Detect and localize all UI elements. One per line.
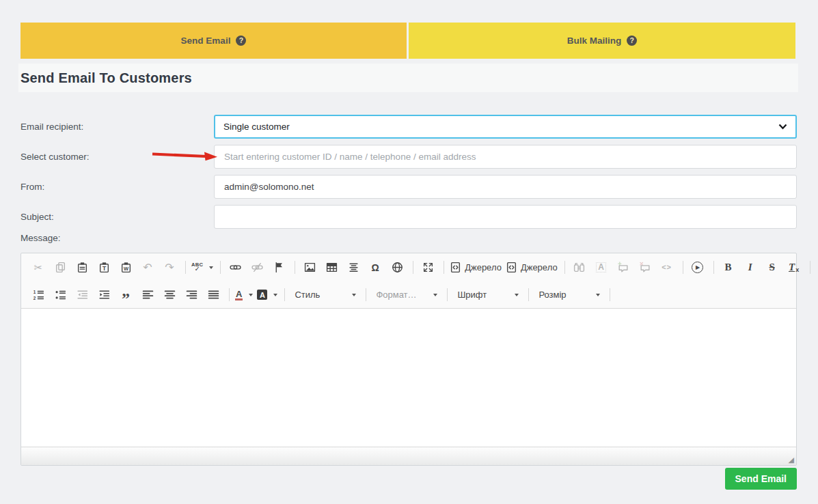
toolbar-separator bbox=[284, 288, 285, 301]
toolbar-separator bbox=[295, 261, 295, 274]
background-color-button[interactable]: A bbox=[256, 286, 279, 303]
redo-button: ↷ bbox=[159, 259, 180, 276]
question-circle-icon[interactable]: ? bbox=[236, 36, 246, 46]
subject-input[interactable] bbox=[214, 205, 797, 229]
paste-button[interactable] bbox=[72, 259, 92, 276]
outdent-button bbox=[72, 286, 92, 303]
media-play-button[interactable]: ▶ bbox=[687, 259, 708, 276]
spellcheck-button[interactable]: ABC✓ bbox=[190, 259, 215, 276]
horizontal-rule-icon bbox=[348, 262, 359, 273]
editor-footer: ◢ bbox=[21, 447, 796, 465]
page-title-strip: Send Email To Customers bbox=[18, 64, 798, 92]
media-play-icon: ▶ bbox=[692, 262, 703, 273]
italic-icon: I bbox=[748, 262, 752, 272]
size-combo[interactable]: Розмір bbox=[533, 287, 605, 303]
table-button[interactable] bbox=[321, 259, 342, 276]
strikethrough-button[interactable]: S bbox=[762, 259, 782, 276]
unlink-icon bbox=[251, 262, 263, 273]
source-button[interactable]: Джерело bbox=[448, 259, 503, 276]
align-center-icon bbox=[164, 289, 176, 300]
font-combo-label: Шрифт bbox=[457, 290, 512, 300]
toolbar-separator bbox=[713, 261, 714, 274]
anchor-icon bbox=[273, 262, 285, 273]
copy-icon bbox=[55, 262, 66, 273]
image-button[interactable] bbox=[299, 259, 320, 276]
page-title: Send Email To Customers bbox=[21, 70, 192, 86]
editor-toolbar: ✂TW↶↷ABC✓ΩДжерелоДжерелоA<>▶BISTx12”AAСт… bbox=[21, 253, 796, 308]
italic-button[interactable]: I bbox=[740, 259, 761, 276]
send-email-button[interactable]: Send Email bbox=[725, 468, 797, 490]
horizontal-rule-button[interactable] bbox=[343, 259, 364, 276]
paste-text-button[interactable]: T bbox=[94, 259, 114, 276]
bulleted-list-button[interactable] bbox=[50, 286, 70, 303]
toolbar-separator bbox=[610, 288, 610, 301]
redo-icon: ↷ bbox=[165, 262, 174, 273]
chevron-down-icon bbox=[273, 294, 277, 296]
toolbar-separator bbox=[564, 261, 565, 274]
justify-icon bbox=[208, 289, 219, 300]
align-right-icon bbox=[186, 289, 197, 300]
chevron-down-icon bbox=[249, 294, 253, 296]
email-recipient-selected-value: Single customer bbox=[223, 122, 290, 132]
indent-button[interactable] bbox=[94, 286, 114, 303]
toolbar-separator bbox=[683, 261, 683, 274]
anchor-button[interactable] bbox=[269, 259, 289, 276]
resize-grip-icon[interactable]: ◢ bbox=[789, 456, 794, 464]
paste-word-button[interactable]: W bbox=[115, 259, 136, 276]
inline-code-button: <> bbox=[657, 259, 677, 276]
cut-button: ✂ bbox=[28, 259, 49, 276]
message-editing-area[interactable] bbox=[21, 308, 796, 447]
inline-code-icon: <> bbox=[662, 264, 672, 271]
source-button-label: Джерело bbox=[465, 262, 502, 272]
replace-icon: A bbox=[596, 262, 606, 272]
chevron-down-icon bbox=[433, 294, 437, 296]
email-recipient-select[interactable]: Single customer bbox=[214, 115, 797, 139]
tab-send-email[interactable]: Send Email ? bbox=[21, 23, 407, 59]
chevron-down-icon bbox=[515, 294, 519, 296]
align-center-button[interactable] bbox=[159, 286, 180, 303]
source-button[interactable]: Джерело bbox=[504, 259, 559, 276]
select-customer-input[interactable] bbox=[214, 145, 797, 169]
iframe-button[interactable] bbox=[387, 259, 407, 276]
remove-format-button[interactable]: Tx bbox=[784, 259, 804, 276]
toolbar-separator bbox=[528, 288, 529, 301]
tab-send-email-label: Send Email bbox=[181, 36, 231, 46]
bold-icon: B bbox=[725, 262, 732, 272]
toolbar-separator bbox=[447, 288, 448, 301]
blockquote-button[interactable]: ” bbox=[115, 286, 136, 303]
font-combo[interactable]: Шрифт bbox=[452, 287, 524, 303]
outdent-icon bbox=[77, 289, 88, 300]
link-button[interactable] bbox=[225, 259, 245, 276]
align-right-button[interactable] bbox=[181, 286, 202, 303]
bulleted-list-icon bbox=[55, 289, 66, 300]
toolbar-separator bbox=[413, 261, 413, 274]
toolbar-separator bbox=[220, 261, 221, 274]
justify-button[interactable] bbox=[203, 286, 223, 303]
toolbar-separator bbox=[366, 288, 366, 301]
from-input[interactable] bbox=[214, 175, 797, 199]
align-left-button[interactable] bbox=[137, 286, 158, 303]
bold-button[interactable]: B bbox=[718, 259, 739, 276]
message-label: Message: bbox=[21, 231, 178, 246]
undo-button: ↶ bbox=[137, 259, 158, 276]
unlink-button bbox=[247, 259, 267, 276]
comment-remove-icon bbox=[639, 262, 651, 273]
maximize-button[interactable] bbox=[418, 259, 438, 276]
toolbar-separator bbox=[229, 288, 230, 301]
paste-text-icon: T bbox=[98, 262, 110, 273]
question-circle-icon[interactable]: ? bbox=[627, 36, 637, 46]
blockquote-icon: ” bbox=[122, 293, 130, 297]
link-icon bbox=[230, 262, 241, 273]
tab-bulk-mailing[interactable]: Bulk Mailing ? bbox=[409, 23, 795, 59]
paste-word-icon: W bbox=[120, 262, 132, 273]
format-combo-label: Формат… bbox=[376, 290, 431, 300]
toolbar-separator bbox=[810, 261, 810, 274]
styles-combo[interactable]: Стиль bbox=[289, 287, 362, 303]
special-char-button[interactable]: Ω bbox=[365, 259, 385, 276]
text-color-button[interactable]: A bbox=[234, 286, 254, 303]
background-color-icon: A bbox=[257, 290, 267, 300]
subject-label: Subject: bbox=[21, 205, 178, 229]
strikethrough-icon: S bbox=[769, 262, 774, 272]
format-combo[interactable]: Формат… bbox=[370, 287, 443, 303]
numbered-list-button[interactable]: 12 bbox=[28, 286, 49, 303]
